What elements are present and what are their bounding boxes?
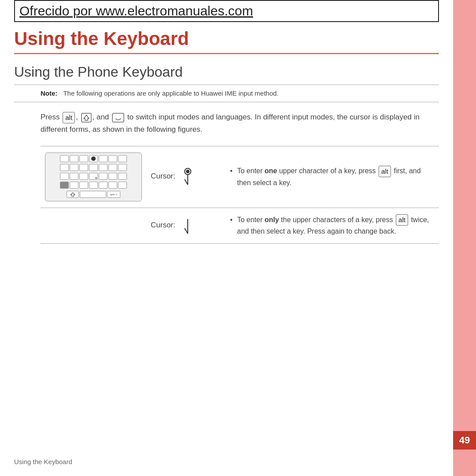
kb-key <box>79 155 88 162</box>
kb-key <box>60 182 69 189</box>
top-banner: Ofrecido por www.electromanuales.com <box>14 0 439 22</box>
kb-key <box>79 164 88 171</box>
kb-key <box>60 173 69 180</box>
alt-key-inline: alt <box>63 112 75 123</box>
empty-cell <box>41 208 146 243</box>
kb-key <box>60 155 69 162</box>
kb-key <box>99 155 108 162</box>
footer-text: Using the Keyboard <box>14 458 72 465</box>
kb-key <box>118 164 127 171</box>
cursor-fork-empty-icon <box>181 217 195 234</box>
note-box: Note: The following operations are only … <box>14 85 439 102</box>
kb-key <box>118 182 127 189</box>
para-and: and <box>97 113 109 121</box>
banner-text: Ofrecido por www.electromanuales.com <box>19 4 253 18</box>
main-paragraph: Press alt, , and to switch input modes a… <box>14 111 439 135</box>
bold-only: only <box>264 216 279 223</box>
main-content: Ofrecido por www.electromanuales.com Usi… <box>0 0 453 476</box>
kb-key <box>89 173 98 180</box>
svg-marker-3 <box>71 193 75 197</box>
smile-icon <box>112 113 124 123</box>
kb-key <box>70 155 78 162</box>
kb-key <box>99 164 108 171</box>
bullet-2: To enter only the upper characters of a … <box>230 214 435 237</box>
kb-key <box>108 182 117 189</box>
kb-key <box>70 164 78 171</box>
kb-key-shift <box>67 191 79 198</box>
kb-key <box>79 182 88 189</box>
kb-key <box>70 173 78 180</box>
svg-point-5 <box>186 170 190 173</box>
table-row: sym ♫ Cursor: To enter one upper charact… <box>41 146 439 208</box>
table-row: Cursor: To enter only the upper characte… <box>41 208 439 243</box>
para-prefix: Press <box>41 113 60 121</box>
kb-key <box>99 182 108 189</box>
page-number-badge: 49 <box>453 431 476 450</box>
caps-icon <box>81 113 92 123</box>
keyboard-cell: sym ♫ <box>41 146 146 208</box>
kb-key <box>70 182 78 189</box>
kb-key-space <box>80 191 106 198</box>
kb-key-dot <box>89 155 98 162</box>
bullet-1: To enter one upper character of a key, p… <box>230 165 435 188</box>
kb-key <box>108 173 117 180</box>
kb-key <box>60 164 69 171</box>
kb-key <box>79 173 88 180</box>
footer: Using the Keyboard <box>14 458 72 465</box>
kb-key <box>108 164 117 171</box>
cursor-label-cell-2: Cursor: <box>146 208 226 243</box>
alt-key-2: alt <box>396 214 408 226</box>
cursor-label-1: Cursor: <box>151 172 175 181</box>
svg-rect-2 <box>112 113 124 122</box>
red-divider <box>14 53 439 54</box>
desc-cell-2: To enter only the upper characters of a … <box>226 208 439 243</box>
content-table: sym ♫ Cursor: To enter one upper charact… <box>41 146 439 244</box>
page-number: 49 <box>459 435 470 446</box>
note-text <box>60 89 61 97</box>
cursor-label-2: Cursor: <box>151 221 175 229</box>
kb-key <box>108 155 117 162</box>
alt-key-1: alt <box>379 166 391 177</box>
note-label: Note: <box>41 89 57 97</box>
kb-key <box>118 155 127 162</box>
section-title: Using the Phone Keyboard <box>14 64 439 80</box>
svg-line-9 <box>185 228 188 234</box>
svg-marker-1 <box>84 115 89 120</box>
note-body: The following operations are only applic… <box>63 89 279 97</box>
cursor-fork-filled-icon <box>181 168 195 186</box>
kb-key <box>89 164 98 171</box>
kb-key <box>99 173 108 180</box>
right-sidebar: 49 <box>453 0 476 476</box>
bold-one: one <box>264 167 277 175</box>
kb-key-sym: sym ♫ <box>107 191 120 198</box>
kb-key <box>118 173 127 180</box>
kb-key <box>89 182 98 189</box>
desc-cell-1: To enter one upper character of a key, p… <box>226 146 439 208</box>
svg-line-7 <box>185 179 188 185</box>
keyboard-image: sym ♫ <box>45 152 142 201</box>
cursor-label-cell-1: Cursor: <box>146 146 226 208</box>
chapter-title: Using the Keyboard <box>14 22 439 53</box>
